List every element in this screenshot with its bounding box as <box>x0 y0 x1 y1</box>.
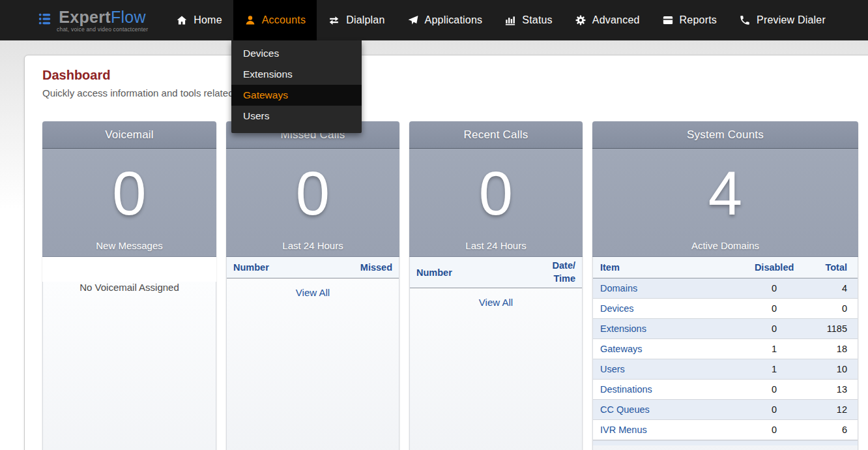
total-count: 0 <box>810 298 858 318</box>
column-header-missed: Missed <box>360 262 392 273</box>
missed-calls-caption: Last 24 Hours <box>226 240 399 251</box>
disabled-count: 0 <box>738 419 810 440</box>
voicemail-panel: Voicemail 0 New Messages No Voicemail As… <box>42 121 216 450</box>
nav-item-status[interactable]: Status <box>493 0 564 40</box>
table-row: Devices00 <box>593 298 858 318</box>
recent-calls-caption: Last 24 Hours <box>409 240 583 251</box>
menu-item-users[interactable]: Users <box>231 106 362 127</box>
missed-calls-table-header: Number Missed <box>227 257 399 278</box>
nav-item-dialplan[interactable]: Dialplan <box>317 0 396 40</box>
item-link[interactable]: Gateways <box>593 338 738 359</box>
total-count: 6 <box>810 419 858 440</box>
column-header-number: Number <box>416 267 452 278</box>
disabled-count: 0 <box>738 298 810 318</box>
page-title: Dashboard <box>42 68 110 83</box>
menu-item-devices[interactable]: Devices <box>231 43 362 64</box>
exchange-icon <box>328 14 340 27</box>
brand-list-icon <box>38 12 52 29</box>
system-counts-stat: 4 Active Domains <box>592 149 858 257</box>
menu-item-gateways[interactable]: Gateways <box>231 85 362 106</box>
item-link[interactable]: IVR Menus <box>593 419 738 440</box>
page-subtitle: Quickly access information and tools rel… <box>42 87 233 98</box>
recent-calls-view-all-link[interactable]: View All <box>410 297 582 308</box>
recent-calls-content: Number Date/ Time View All <box>409 257 583 450</box>
recent-calls-panel-title: Recent Calls <box>409 121 583 149</box>
phone-icon <box>739 14 751 26</box>
voicemail-count: 0 <box>112 163 146 243</box>
recent-calls-count: 0 <box>479 163 513 243</box>
item-link[interactable]: CC Queues <box>593 399 738 419</box>
recent-calls-stat: 0 Last 24 Hours <box>409 149 583 257</box>
total-count: 13 <box>810 379 858 399</box>
table-row: Gateways118 <box>593 338 858 359</box>
missed-calls-view-all-link[interactable]: View All <box>227 287 399 298</box>
voicemail-content: No Voicemail Assigned <box>42 282 216 450</box>
disabled-count: 0 <box>738 379 810 399</box>
nav-item-reports[interactable]: Reports <box>651 0 728 40</box>
table-row: Domains04 <box>593 278 858 298</box>
table-header-row: Item Disabled Total <box>593 257 858 278</box>
nav-item-preview-dialer[interactable]: Preview Dialer <box>728 0 837 40</box>
home-icon <box>176 14 188 26</box>
missed-calls-content: Number Missed View All <box>226 257 399 450</box>
missed-calls-count: 0 <box>296 163 330 243</box>
menu-item-extensions[interactable]: Extensions <box>231 64 362 85</box>
system-counts-table: Item Disabled Total Domains04Devices00Ex… <box>593 257 858 440</box>
missed-calls-stat: 0 Last 24 Hours <box>226 149 399 257</box>
disabled-count: 0 <box>738 278 810 298</box>
column-header-item: Item <box>593 257 738 278</box>
nav-item-home[interactable]: Home <box>165 0 233 40</box>
nav-items: Home Accounts Dialplan Applications <box>165 0 837 40</box>
item-link[interactable]: Domains <box>593 278 738 298</box>
nav-item-applications[interactable]: Applications <box>396 0 494 40</box>
total-count: 1185 <box>810 318 858 338</box>
brand-logo[interactable]: ExpertFlow chat, voice and video contact… <box>38 8 148 33</box>
table-row: Extensions01185 <box>593 318 858 338</box>
recent-calls-table-header: Number Date/ Time <box>410 257 582 288</box>
nav-item-accounts[interactable]: Accounts <box>233 0 317 40</box>
active-domains-count: 4 <box>708 163 742 243</box>
nav-item-advanced[interactable]: Advanced <box>564 0 651 40</box>
paper-plane-icon <box>407 14 419 26</box>
top-nav: ExpertFlow chat, voice and video contact… <box>0 0 868 40</box>
column-header-disabled: Disabled <box>738 257 810 278</box>
reports-box-icon <box>662 14 674 26</box>
column-header-total: Total <box>810 257 858 278</box>
item-link[interactable]: Extensions <box>593 318 738 338</box>
total-count: 18 <box>810 338 858 359</box>
voicemail-panel-title: Voicemail <box>42 121 216 149</box>
system-counts-panel: System Counts 4 Active Domains Item Disa… <box>592 121 858 450</box>
dashboard-card: Dashboard Quickly access information and… <box>24 55 868 450</box>
voicemail-stat: 0 New Messages <box>42 149 216 257</box>
column-header-number: Number <box>233 262 269 273</box>
total-count: 12 <box>810 399 858 419</box>
table-row: IVR Menus06 <box>593 419 858 440</box>
item-link[interactable]: Devices <box>593 298 738 318</box>
system-counts-tbody: Domains04Devices00Extensions01185Gateway… <box>593 278 858 440</box>
system-counts-caption: Active Domains <box>592 240 858 251</box>
missed-calls-panel: Missed Calls 0 Last 24 Hours Number Miss… <box>226 121 399 450</box>
disabled-count: 0 <box>738 318 810 338</box>
brand-name: ExpertFlow <box>59 8 146 25</box>
disabled-count: 1 <box>738 359 810 379</box>
user-icon <box>244 14 256 26</box>
table-row: Destinations013 <box>593 379 858 399</box>
item-link[interactable]: Users <box>593 359 738 379</box>
brand-tagline: chat, voice and video contactcenter <box>57 26 148 33</box>
total-count: 10 <box>810 359 858 379</box>
disabled-count: 0 <box>738 399 810 419</box>
item-link[interactable]: Destinations <box>593 379 738 399</box>
gear-icon <box>575 14 586 26</box>
system-counts-panel-title: System Counts <box>592 121 858 149</box>
table-row: Users110 <box>593 359 858 379</box>
next-row-partial <box>593 440 858 445</box>
accounts-dropdown-menu: Devices Extensions Gateways Users <box>231 40 362 133</box>
system-counts-content: Item Disabled Total Domains04Devices00Ex… <box>592 257 858 450</box>
voicemail-caption: New Messages <box>42 240 216 251</box>
total-count: 4 <box>810 278 858 298</box>
disabled-count: 1 <box>738 338 810 359</box>
table-row: CC Queues012 <box>593 399 858 419</box>
bar-chart-icon <box>504 14 516 26</box>
voicemail-empty-text: No Voicemail Assigned <box>43 282 216 293</box>
column-header-datetime: Date/ Time <box>553 260 575 285</box>
